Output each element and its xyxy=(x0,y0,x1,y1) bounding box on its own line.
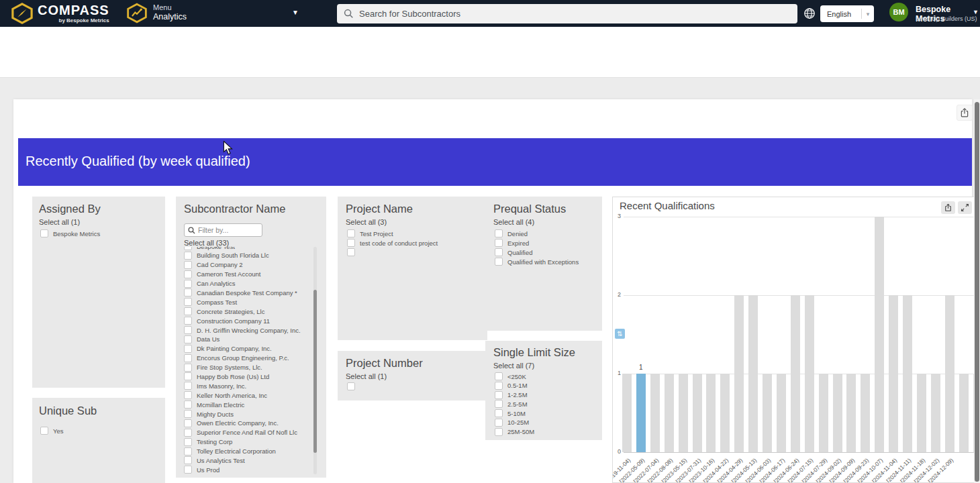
checkbox-option[interactable] xyxy=(347,248,438,256)
window-scrollbar-thumb[interactable] xyxy=(975,102,979,482)
checkbox[interactable] xyxy=(184,372,192,380)
checkbox[interactable] xyxy=(184,429,192,437)
checkbox-option[interactable]: Concrete Strategies, Llc xyxy=(184,307,310,315)
checkbox[interactable] xyxy=(347,248,355,256)
checkbox-option[interactable]: Us Prod xyxy=(184,466,310,474)
checkbox[interactable] xyxy=(184,270,192,278)
checkbox[interactable] xyxy=(495,382,503,390)
checkbox-option[interactable]: Cameron Test Account xyxy=(184,270,310,278)
report-banner[interactable]: Recently Qualified (by week qualified) xyxy=(18,138,972,186)
checkbox-option[interactable]: Mcmillan Electric xyxy=(184,400,310,409)
checkbox-option[interactable]: Denied xyxy=(495,229,579,237)
checkbox[interactable] xyxy=(495,229,503,237)
bar[interactable] xyxy=(805,295,814,452)
checkbox[interactable] xyxy=(184,298,192,306)
checkbox-option[interactable]: 10-25M xyxy=(495,419,534,427)
list-scrollbar-thumb[interactable] xyxy=(313,290,317,453)
subcontractor-search[interactable] xyxy=(337,4,797,23)
checkbox[interactable] xyxy=(184,326,192,334)
checkbox[interactable] xyxy=(184,261,192,269)
checkbox[interactable] xyxy=(347,382,355,390)
checkbox[interactable] xyxy=(184,391,192,399)
checkbox-option[interactable]: Bespoke Test xyxy=(184,247,310,250)
user-menu-caret-icon[interactable]: ▼ xyxy=(973,9,979,15)
bar[interactable] xyxy=(763,374,772,452)
checkbox-option[interactable]: <250K xyxy=(495,372,534,380)
select-all-link[interactable]: Select all (4) xyxy=(493,218,534,226)
bar[interactable] xyxy=(679,374,688,452)
checkbox[interactable] xyxy=(495,372,503,380)
checkbox[interactable] xyxy=(184,345,192,353)
bar[interactable] xyxy=(903,295,912,452)
checkbox[interactable] xyxy=(184,364,192,372)
checkbox[interactable] xyxy=(184,335,192,343)
checkbox-option[interactable]: Data Us xyxy=(184,335,310,343)
checkbox[interactable] xyxy=(495,419,503,427)
checkbox-option[interactable]: Canadian Bespoke Test Company * xyxy=(184,288,310,297)
bar[interactable] xyxy=(945,295,954,452)
bar[interactable] xyxy=(917,374,926,452)
checkbox-option[interactable]: Cad Company 2 xyxy=(184,261,310,269)
checkbox-option[interactable]: Us Analytics Test xyxy=(184,456,310,464)
bar[interactable] xyxy=(875,217,884,452)
search-input[interactable] xyxy=(359,9,791,19)
checkbox[interactable] xyxy=(184,410,192,418)
checkbox[interactable] xyxy=(184,288,192,297)
checkbox-option[interactable]: Qualified xyxy=(495,248,579,256)
checkbox-option[interactable]: Mighty Ducts xyxy=(184,410,310,418)
checkbox-option[interactable]: Tolley Electrical Corporation xyxy=(184,447,310,455)
checkbox-option[interactable]: 2.5-5M xyxy=(495,400,534,408)
subcontractor-filter-field[interactable] xyxy=(184,223,262,237)
checkbox-option[interactable]: Happy Bob Rose (Us) Ltd xyxy=(184,372,310,380)
checkbox-option[interactable]: Expired xyxy=(495,239,579,247)
menu-analytics[interactable]: Menu Analytics xyxy=(126,3,187,23)
bar[interactable] xyxy=(720,374,730,452)
checkbox[interactable] xyxy=(495,239,503,247)
checkbox-option[interactable]: Owen Electric Company, Inc. xyxy=(184,419,310,427)
select-all-link[interactable]: Select all (1) xyxy=(346,372,387,380)
checkbox-option[interactable]: Building South Florida Llc xyxy=(184,252,310,260)
checkbox-option[interactable]: Qualified with Exceptions xyxy=(495,258,579,266)
checkbox-option[interactable]: 0.5-1M xyxy=(495,382,534,390)
bar[interactable] xyxy=(846,374,856,452)
globe-icon[interactable] xyxy=(803,7,816,19)
checkbox-option[interactable]: Test Project xyxy=(347,229,438,237)
checkbox[interactable] xyxy=(347,239,355,247)
checkbox[interactable] xyxy=(184,307,192,315)
checkbox[interactable] xyxy=(184,382,192,390)
checkbox[interactable] xyxy=(184,400,192,409)
bar[interactable] xyxy=(748,295,758,452)
checkbox[interactable] xyxy=(184,438,192,446)
share-button[interactable] xyxy=(957,105,973,121)
checkbox[interactable] xyxy=(184,456,192,464)
checkbox[interactable] xyxy=(184,252,192,260)
select-all-link[interactable]: Select all (33) xyxy=(184,239,229,247)
checkbox[interactable] xyxy=(495,248,503,256)
bar[interactable] xyxy=(959,374,969,452)
language-select[interactable]: English ▾ xyxy=(820,5,874,22)
bar[interactable] xyxy=(622,374,632,452)
bar[interactable] xyxy=(819,374,828,452)
checkbox-option[interactable]: D. H. Griffin Wrecking Company, Inc. xyxy=(184,326,310,334)
bar[interactable] xyxy=(777,374,786,452)
checkbox[interactable] xyxy=(184,466,192,474)
filter-by-input[interactable] xyxy=(198,226,255,234)
bar[interactable] xyxy=(973,374,975,452)
bar[interactable] xyxy=(734,295,744,452)
checkbox-option[interactable]: Yes xyxy=(40,427,64,435)
checkbox-option[interactable]: Keller North America, Inc xyxy=(184,391,310,399)
checkbox[interactable] xyxy=(184,354,192,362)
checkbox-option[interactable]: Construction Company 11 xyxy=(184,317,310,325)
bar[interactable] xyxy=(833,374,842,452)
compass-logo[interactable]: COMPASS by Bespoke Metrics xyxy=(11,3,109,24)
menu-dropdown-caret-icon[interactable]: ▼ xyxy=(292,9,299,16)
checkbox-option[interactable]: Encorus Group Engineering, P.c. xyxy=(184,354,310,362)
bar[interactable] xyxy=(889,295,898,452)
swap-axes-icon[interactable]: ⇅ xyxy=(615,329,625,339)
bar[interactable] xyxy=(931,374,940,452)
checkbox-option[interactable]: Dk Painting Company, Inc. xyxy=(184,345,310,353)
checkbox-option[interactable]: Ims Masonry, Inc. xyxy=(184,382,310,390)
checkbox-option[interactable]: 1-2.5M xyxy=(495,391,534,399)
checkbox-option[interactable] xyxy=(347,382,360,390)
checkbox[interactable] xyxy=(495,428,503,436)
